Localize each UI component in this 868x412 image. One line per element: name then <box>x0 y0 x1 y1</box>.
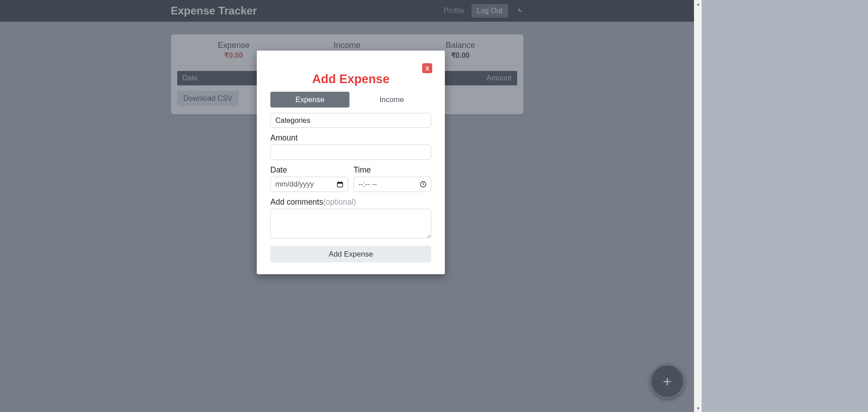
modal-title: Add Expense <box>257 51 445 86</box>
time-input[interactable] <box>354 177 431 192</box>
comments-label: Add comments(optional) <box>270 197 431 207</box>
tab-income[interactable]: Income <box>352 92 431 108</box>
modal-overlay: X Add Expense Expense Income Categories … <box>0 0 702 412</box>
close-modal-button[interactable]: X <box>422 63 432 73</box>
amount-label: Amount <box>270 133 431 143</box>
scroll-up-arrow[interactable]: ▴ <box>694 0 702 8</box>
categories-select[interactable]: Categories <box>270 113 431 128</box>
add-expense-submit-button[interactable]: Add Expense <box>270 246 431 262</box>
comments-textarea[interactable] <box>270 209 431 239</box>
add-fab-button[interactable]: + <box>650 364 684 398</box>
scroll-down-arrow[interactable]: ▾ <box>694 404 702 412</box>
date-input[interactable] <box>270 177 348 192</box>
time-label: Time <box>354 165 431 175</box>
tab-expense[interactable]: Expense <box>270 92 349 108</box>
vertical-scrollbar[interactable]: ▴ ▾ <box>694 0 702 412</box>
plus-icon: + <box>663 373 672 390</box>
date-label: Date <box>270 165 348 175</box>
amount-input[interactable] <box>270 145 431 160</box>
add-expense-modal: X Add Expense Expense Income Categories … <box>257 51 445 274</box>
